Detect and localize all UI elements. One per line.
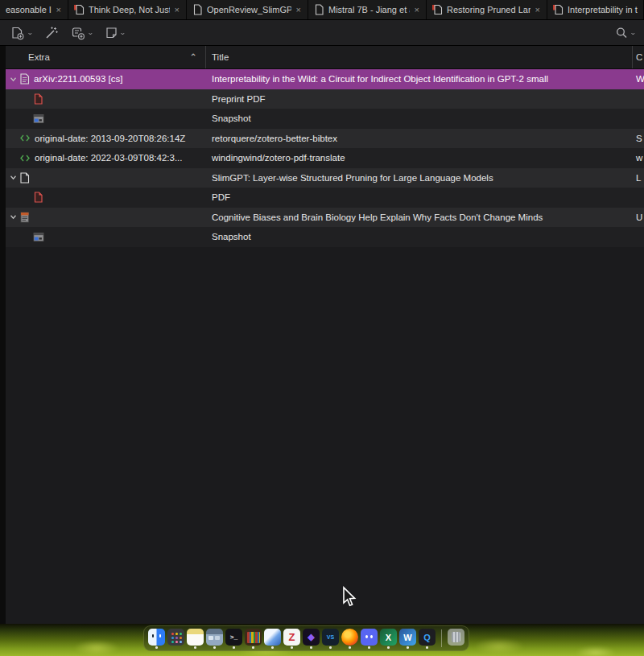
- dock-item-books[interactable]: [245, 629, 262, 649]
- extra-cell: original-date: 2013-09-20T08:26:14Z: [6, 129, 206, 149]
- table-row[interactable]: SlimGPT: Layer-wise Structured Pruning f…: [6, 168, 644, 188]
- zotero-window: easonable Inef×Think Deep, Not Just L×Op…: [0, 0, 644, 656]
- chevron-down-icon: ⌄: [630, 29, 637, 36]
- table-header: Extra ⌃ Title C: [6, 46, 644, 69]
- launchpad-icon: [167, 629, 184, 646]
- tab-3[interactable]: OpenReview_SlimGPT_×: [187, 0, 308, 19]
- snapshot-icon: [33, 232, 44, 242]
- running-indicator-dot: [349, 646, 351, 649]
- tab-label: Interpretability in the: [568, 5, 638, 14]
- creator-cell: [633, 109, 644, 129]
- dock-item-zotero[interactable]: Z: [283, 629, 300, 649]
- running-indicator-dot: [368, 646, 370, 649]
- document-blank-icon: [19, 172, 30, 184]
- dock-item-terminal[interactable]: >_: [225, 629, 242, 649]
- column-label: C: [636, 52, 642, 62]
- close-icon[interactable]: ×: [414, 6, 420, 14]
- new-item-button[interactable]: ⌄: [10, 26, 33, 40]
- dock-item-photos[interactable]: [206, 629, 223, 649]
- tab-bar: easonable Inef×Think Deep, Not Just L×Op…: [0, 0, 644, 20]
- tab-5[interactable]: Restoring Pruned Large×: [427, 0, 547, 19]
- toolbar: ⌄ ⌄: [0, 20, 644, 46]
- document-file-icon: [314, 4, 324, 15]
- table-row[interactable]: Preprint PDF: [6, 89, 644, 109]
- dock: >_Z◆VSXWQ: [143, 625, 469, 651]
- new-item-icon: [10, 26, 26, 40]
- table-row[interactable]: Snapshot: [6, 109, 644, 129]
- running-indicator-dot: [407, 646, 409, 649]
- dock-item-excel[interactable]: X: [380, 629, 397, 649]
- tab-label: Mistral 7B - Jiang et al: [328, 5, 410, 14]
- creator-text: W: [636, 74, 644, 84]
- column-header-extra[interactable]: Extra ⌃: [6, 46, 206, 68]
- close-icon[interactable]: ×: [535, 6, 541, 14]
- title-cell: windingwind/zotero-pdf-translate: [206, 148, 633, 168]
- table-row[interactable]: original-date: 2022-03-09T08:42:3...wind…: [6, 148, 644, 168]
- running-indicator-dot: [271, 646, 274, 649]
- title-text: Snapshot: [212, 113, 251, 123]
- dock-item-firefox[interactable]: [341, 629, 358, 649]
- column-header-creator[interactable]: C: [633, 46, 644, 68]
- dock-item-discord[interactable]: [361, 629, 378, 649]
- dock-item-trash[interactable]: [448, 629, 464, 649]
- title-cell: Cognitive Biases and Brain Biology Help …: [206, 208, 633, 228]
- add-by-identifier-button[interactable]: [44, 26, 59, 40]
- running-indicator-dot: [252, 646, 254, 649]
- title-cell: PDF: [206, 188, 633, 208]
- tab-2[interactable]: Think Deep, Not Just L×: [68, 0, 187, 19]
- dock-item-blueapp[interactable]: [264, 629, 281, 649]
- title-text: Preprint PDF: [212, 94, 265, 104]
- document-file-icon: [192, 4, 203, 15]
- collections-pane-edge[interactable]: [0, 46, 6, 624]
- library-pane: Extra ⌃ Title C arXiv:2211.00593 [cs]Int…: [0, 46, 644, 624]
- dock-item-finder[interactable]: [148, 629, 165, 649]
- column-label: Title: [212, 52, 229, 62]
- tab-label: Restoring Pruned Large: [447, 5, 530, 14]
- vscode-icon: VS: [322, 629, 339, 646]
- dock-item-launchpad[interactable]: [167, 629, 184, 649]
- tab-4[interactable]: Mistral 7B - Jiang et al×: [308, 0, 427, 19]
- table-row[interactable]: PDF: [6, 188, 644, 208]
- close-icon[interactable]: ×: [295, 6, 302, 14]
- expand-chevron-icon[interactable]: [8, 76, 18, 83]
- title-cell: Snapshot: [206, 227, 633, 247]
- new-attachment-button[interactable]: ⌄: [70, 26, 93, 40]
- title-text: PDF: [212, 192, 230, 202]
- snapshot-icon: [33, 113, 44, 124]
- table-row[interactable]: Snapshot: [6, 227, 644, 247]
- trash-icon: [448, 629, 464, 646]
- dock-item-vscode[interactable]: VS: [322, 629, 339, 649]
- column-header-title[interactable]: Title: [206, 46, 633, 68]
- pdf-file-icon: [432, 4, 443, 15]
- table-row[interactable]: original-date: 2013-09-20T08:26:14Zretor…: [6, 129, 644, 149]
- extra-cell: arXiv:2211.00593 [cs]: [6, 69, 206, 89]
- tab-6[interactable]: Interpretability in the: [547, 0, 644, 19]
- title-cell: Interpretability in the Wild: a Circuit …: [206, 69, 633, 89]
- running-indicator-dot: [291, 646, 293, 649]
- books-icon: [245, 629, 262, 646]
- dock-item-quicktime[interactable]: Q: [419, 629, 436, 649]
- finder-icon: [148, 629, 165, 646]
- close-icon[interactable]: ×: [174, 6, 180, 14]
- extra-text: original-date: 2022-03-09T08:42:3...: [35, 153, 182, 163]
- dock-item-word[interactable]: W: [399, 629, 416, 649]
- zotero-icon: Z: [283, 629, 300, 646]
- expand-chevron-icon[interactable]: [8, 174, 18, 181]
- items-list: arXiv:2211.00593 [cs]Interpretability in…: [6, 69, 644, 247]
- running-indicator-dot: [329, 646, 332, 649]
- new-note-button[interactable]: ⌄: [104, 26, 126, 40]
- expand-chevron-icon[interactable]: [8, 213, 18, 221]
- items-list-empty-space[interactable]: [6, 247, 644, 625]
- dock-item-obsidian[interactable]: ◆: [303, 629, 320, 649]
- table-row[interactable]: arXiv:2211.00593 [cs]Interpretability in…: [6, 69, 644, 89]
- sort-ascending-icon: ⌃: [189, 52, 197, 63]
- dock-item-calendar[interactable]: [187, 629, 204, 649]
- search-button[interactable]: ⌄: [614, 26, 636, 40]
- extra-cell: [6, 168, 206, 188]
- close-icon[interactable]: ×: [56, 6, 62, 14]
- code-icon: [19, 133, 31, 143]
- table-row[interactable]: Cognitive Biases and Brain Biology Help …: [6, 208, 644, 228]
- tab-1[interactable]: easonable Inef×: [0, 0, 68, 19]
- creator-cell: W: [633, 69, 644, 89]
- tab-label: OpenReview_SlimGPT_: [207, 5, 291, 14]
